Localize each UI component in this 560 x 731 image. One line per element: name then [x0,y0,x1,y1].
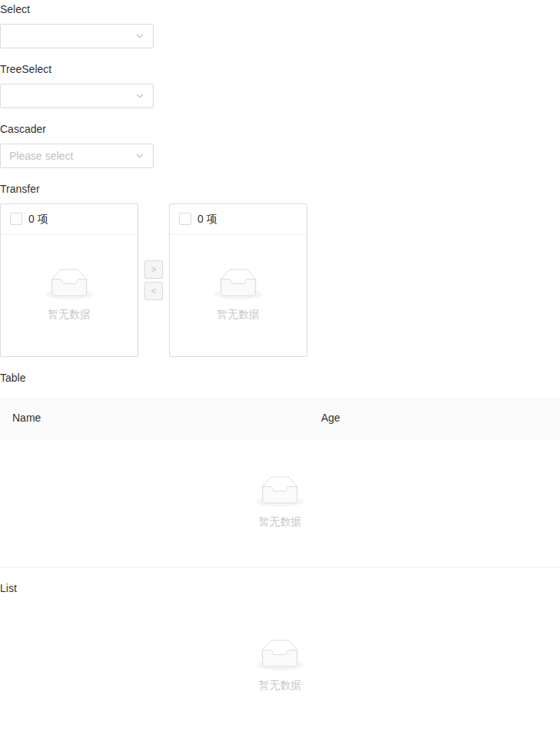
transfer-source-select-all-checkbox[interactable] [10,213,22,225]
empty-state: 暂无数据 [12,476,548,530]
empty-state: 暂无数据 [256,640,303,693]
chevron-left-icon: < [151,286,156,296]
transfer-operations: > < [144,260,163,300]
transfer-label: Transfer [0,180,560,197]
cascader-placeholder: Please select [9,147,131,164]
transfer-source-panel: 0 项 暂无数据 [0,203,138,357]
empty-inbox-icon [214,269,262,299]
empty-text: 暂无数据 [259,676,302,693]
empty-inbox-icon [256,640,303,670]
tree-select-label: TreeSelect [0,61,560,78]
data-list: 暂无数据 [0,603,560,730]
empty-inbox-icon [45,269,93,299]
table-header-age: Age [309,397,560,439]
table-header-name: Name [0,397,309,439]
transfer-target-panel: 0 项 暂无数据 [169,203,307,357]
chevron-down-icon [135,31,144,41]
table-label: Table [0,369,560,386]
chevron-right-icon: > [151,265,156,274]
transfer-source-count: 0 项 [28,210,48,227]
transfer-target-select-all-checkbox[interactable] [179,213,191,225]
chevron-down-icon [135,151,144,160]
empty-state: 暂无数据 [45,269,93,322]
move-left-button[interactable]: < [144,282,163,300]
empty-text: 暂无数据 [48,306,91,322]
cascader-input[interactable]: Please select [0,144,154,168]
table-placeholder-row: 暂无数据 [0,439,560,567]
transfer-source-header: 0 项 [1,204,138,235]
move-right-button[interactable]: > [144,260,163,279]
data-table: Name Age 暂无数据 [0,397,560,567]
empty-state: 暂无数据 [214,269,262,322]
list-label: List [0,580,560,597]
transfer-source-body: 暂无数据 [1,235,138,356]
transfer: 0 项 暂无数据 > < 0 项 [0,203,560,357]
table-empty-cell: 暂无数据 [0,439,560,567]
empty-text: 暂无数据 [259,513,302,530]
select-input[interactable] [0,24,154,48]
empty-inbox-icon [256,476,303,507]
table-header-row: Name Age [0,397,560,439]
transfer-target-count: 0 项 [197,210,217,227]
empty-text: 暂无数据 [217,306,260,322]
select-label: Select [0,1,560,18]
transfer-target-body: 暂无数据 [170,235,307,356]
transfer-target-header: 0 项 [170,204,307,235]
cascader-label: Cascader [0,121,560,137]
tree-select-input[interactable] [0,84,154,108]
chevron-down-icon [135,91,144,101]
